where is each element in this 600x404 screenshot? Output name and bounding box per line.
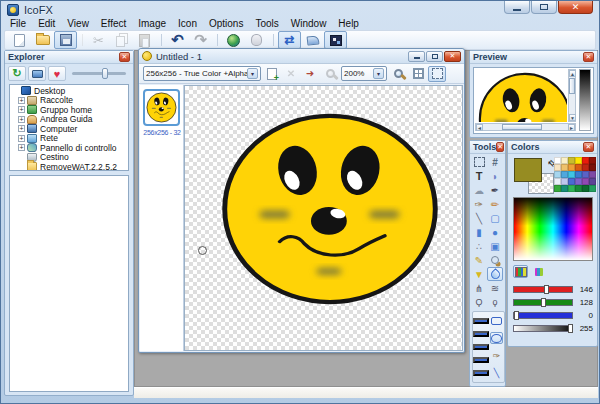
crop-tool[interactable]: #	[487, 155, 503, 169]
menu-item[interactable]: View	[61, 18, 95, 30]
expand-icon[interactable]	[18, 135, 25, 142]
remove-image-button[interactable]	[282, 66, 300, 82]
green-slider[interactable]	[513, 299, 573, 306]
slider-handle[interactable]	[514, 311, 519, 320]
scroll-up-icon[interactable]: ▲	[569, 70, 576, 77]
tree-item[interactable]: Rete	[10, 134, 128, 144]
line-width-option[interactable]	[473, 370, 489, 376]
palette-swatch[interactable]	[561, 157, 568, 164]
undo-button[interactable]	[166, 31, 189, 49]
zoom-in-button[interactable]	[389, 66, 407, 82]
shadow-tool[interactable]: ◗	[487, 169, 503, 183]
palette-swatch[interactable]	[582, 164, 589, 171]
line-width-option[interactable]	[473, 318, 489, 324]
palette-swatch[interactable]	[575, 178, 582, 185]
line-width-option[interactable]	[473, 357, 489, 363]
ellipse-tool[interactable]: ●	[487, 225, 503, 239]
favorites-button[interactable]	[48, 66, 66, 81]
copy-button[interactable]	[110, 31, 133, 49]
minimize-button[interactable]	[504, 1, 530, 14]
scrollbar-thumb[interactable]	[502, 124, 542, 130]
refresh-button[interactable]	[8, 66, 26, 81]
test-icon-button[interactable]	[324, 31, 347, 49]
maximize-button[interactable]	[531, 1, 557, 14]
title-bar[interactable]: IcoFX	[1, 1, 599, 19]
palette-swatch[interactable]	[561, 185, 568, 192]
filled-rectangle-tool[interactable]: ▣	[487, 239, 503, 253]
dodge-tool[interactable]: Ϙ	[471, 295, 487, 309]
explorer-close-button[interactable]	[119, 52, 130, 62]
close-button[interactable]	[558, 1, 593, 14]
expand-icon[interactable]	[18, 97, 25, 104]
menu-item[interactable]: File	[4, 18, 32, 30]
alpha-slider[interactable]	[513, 325, 573, 332]
preview-vertical-scrollbar[interactable]: ▲ ▼	[568, 69, 576, 122]
capture-button[interactable]	[301, 31, 324, 49]
menu-item[interactable]: Help	[332, 18, 365, 30]
document-minimize-button[interactable]	[408, 51, 425, 62]
spray-tool[interactable]: ∴	[471, 239, 487, 253]
palette-swatch[interactable]	[589, 164, 596, 171]
zoom-out-button[interactable]	[321, 66, 339, 82]
tree-item[interactable]: Pannello di controllo	[10, 143, 128, 153]
cut-button[interactable]	[87, 31, 110, 49]
shape-ellipse[interactable]	[490, 332, 503, 344]
foreground-color-swatch[interactable]	[514, 158, 542, 182]
tree-item[interactable]: Gruppo home	[10, 105, 128, 115]
blur-tool[interactable]	[487, 267, 503, 281]
text-tool[interactable]: T	[471, 169, 487, 183]
smudge-tool[interactable]: ☁	[471, 183, 487, 197]
palette-swatch[interactable]	[575, 185, 582, 192]
macintosh-button[interactable]	[245, 31, 268, 49]
line-width-option[interactable]	[473, 344, 489, 350]
palette-mode-button[interactable]	[513, 265, 528, 278]
thumbnail-size-slider[interactable]	[72, 72, 126, 75]
new-button[interactable]	[8, 31, 31, 49]
blue-slider[interactable]	[513, 312, 573, 319]
shape-rounded-rect[interactable]	[490, 315, 503, 327]
preview-close-button[interactable]	[583, 52, 594, 62]
palette-swatch[interactable]	[554, 157, 561, 164]
extract-button[interactable]	[278, 31, 301, 49]
select-tool[interactable]	[471, 155, 487, 169]
menu-item[interactable]: Window	[285, 18, 333, 30]
palette-swatch[interactable]	[561, 171, 568, 178]
scroll-left-icon[interactable]: ◄	[476, 124, 483, 131]
menu-item[interactable]: Tools	[249, 18, 284, 30]
palette-swatch[interactable]	[554, 171, 561, 178]
palette-swatch[interactable]	[568, 164, 575, 171]
scroll-down-icon[interactable]: ▼	[569, 114, 576, 121]
ink-tool[interactable]: ✒	[487, 183, 503, 197]
palette-swatch[interactable]	[575, 164, 582, 171]
palette-swatch[interactable]	[568, 171, 575, 178]
tree-item[interactable]: Raccolte	[10, 96, 128, 106]
preview-horizontal-scrollbar[interactable]: ◄ ►	[475, 123, 576, 131]
fit-window-button[interactable]	[428, 66, 446, 82]
desktop-view-button[interactable]	[28, 66, 46, 81]
slider-handle[interactable]	[544, 285, 549, 294]
menu-item[interactable]: Edit	[32, 18, 61, 30]
paintbrush-tool[interactable]: ✑	[471, 197, 487, 211]
palette-swatch[interactable]	[589, 171, 596, 178]
color-fill-tool[interactable]: ▼	[471, 267, 487, 281]
expand-icon[interactable]	[18, 116, 25, 123]
image-thumbnail[interactable]	[143, 89, 180, 126]
chalk-tool[interactable]: ✏	[487, 197, 503, 211]
menu-item[interactable]: Options	[203, 18, 249, 30]
shape-brush[interactable]: ✑	[490, 350, 503, 362]
preview-header[interactable]: Preview	[470, 51, 597, 64]
export-image-button[interactable]	[301, 66, 319, 82]
tree-item[interactable]: RemoveWAT.2.2.5.2	[10, 162, 128, 171]
slider-handle[interactable]	[541, 298, 546, 307]
colors-header[interactable]: Colors	[508, 141, 597, 154]
zoom-select[interactable]: 200% ▾	[341, 66, 387, 81]
document-title-bar[interactable]: Untitled - 1	[139, 49, 464, 64]
explorer-header[interactable]: Explorer	[5, 51, 133, 64]
slider-handle[interactable]	[568, 324, 573, 333]
pencil-tool[interactable]: ✎	[471, 253, 487, 267]
palette-swatch[interactable]	[589, 157, 596, 164]
scrollbar-thumb[interactable]	[569, 78, 575, 94]
redo-button[interactable]	[189, 31, 212, 49]
grid-toggle-button[interactable]	[409, 66, 427, 82]
chevron-down-icon[interactable]: ▾	[247, 68, 258, 79]
